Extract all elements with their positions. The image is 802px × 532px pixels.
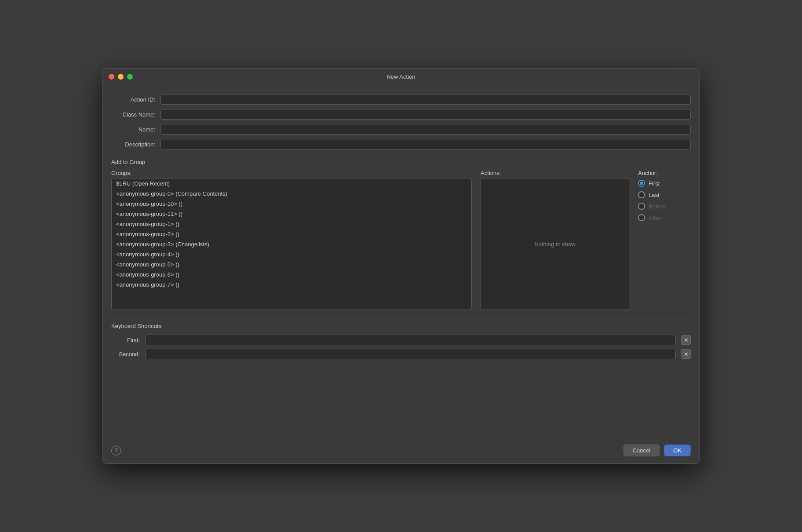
keyboard-first-row: First: ✕	[111, 335, 691, 345]
action-id-row: Action ID:	[111, 94, 691, 105]
class-name-input[interactable]	[160, 109, 691, 120]
help-button[interactable]: ?	[111, 446, 121, 455]
name-row: Name:	[111, 124, 691, 135]
titlebar: New Action	[102, 69, 700, 85]
window-controls	[109, 74, 133, 80]
radio-label-first: First	[649, 180, 660, 187]
radio-circle-last	[638, 191, 645, 198]
list-item[interactable]: <anonymous-group-4> ()	[112, 249, 471, 259]
actions-col-label: Actions:	[481, 170, 629, 176]
ok-button[interactable]: OK	[664, 445, 691, 456]
list-item[interactable]: <anonymous-group-10> ()	[112, 199, 471, 209]
minimize-button[interactable]	[118, 74, 124, 80]
radio-circle-before	[638, 203, 645, 210]
actions-pane: Nothing to show	[481, 178, 629, 310]
main-content: Action ID: Class Name: Name: Description…	[102, 85, 700, 440]
list-item[interactable]: <anonymous-group-2> ()	[112, 229, 471, 239]
description-row: Description:	[111, 139, 691, 149]
groups-list[interactable]: $LRU (Open Recent)<anonymous-group-0> (C…	[111, 178, 472, 310]
groups-actions-anchor-container: Groups: $LRU (Open Recent)<anonymous-gro…	[111, 170, 691, 310]
dialog-title: New Action	[386, 73, 415, 80]
nothing-to-show-label: Nothing to show	[534, 241, 575, 248]
footer: ? Cancel OK	[102, 440, 700, 463]
radio-label-before: Before	[649, 203, 665, 210]
add-to-group-section: Add to Group Groups: $LRU (Open Recent)<…	[111, 154, 691, 310]
radio-item-before: Before	[638, 203, 691, 210]
radio-circle-after	[638, 214, 645, 221]
actions-column: Actions: Nothing to show	[481, 170, 629, 310]
name-label: Name:	[111, 126, 155, 133]
cancel-button[interactable]: Cancel	[623, 445, 660, 456]
list-item[interactable]: <anonymous-group-1> ()	[112, 219, 471, 229]
keyboard-second-row: Second: ✕	[111, 349, 691, 359]
radio-item-last[interactable]: Last	[638, 191, 691, 198]
radio-circle-first	[638, 180, 645, 187]
anchor-col-label: Anchor:	[638, 170, 691, 176]
list-item[interactable]: <anonymous-group-11> ()	[112, 209, 471, 219]
dialog-new-action: New Action Action ID: Class Name: Name: …	[102, 68, 700, 464]
list-item[interactable]: <anonymous-group-0> (Compare Contents)	[112, 189, 471, 199]
groups-col-label: Groups:	[111, 170, 472, 176]
radio-item-after: After	[638, 214, 691, 221]
anchor-radio-group: FirstLastBeforeAfter	[638, 180, 691, 221]
keyboard-shortcuts-section: Keyboard Shortcuts First: ✕ Second: ✕	[111, 318, 691, 363]
keyboard-first-input[interactable]	[145, 335, 676, 345]
action-id-label: Action ID:	[111, 96, 155, 103]
radio-item-first[interactable]: First	[638, 180, 691, 187]
class-name-row: Class Name:	[111, 109, 691, 120]
maximize-button[interactable]	[127, 74, 133, 80]
keyboard-first-label: First:	[111, 337, 140, 343]
action-id-input[interactable]	[160, 94, 691, 105]
list-item[interactable]: $LRU (Open Recent)	[112, 179, 471, 189]
list-item[interactable]: <anonymous-group-5> ()	[112, 259, 471, 270]
keyboard-second-label: Second:	[111, 351, 140, 357]
keyboard-first-clear-button[interactable]: ✕	[681, 335, 691, 345]
add-to-group-header: Add to Group	[111, 156, 691, 167]
keyboard-shortcuts-header: Keyboard Shortcuts	[111, 320, 691, 331]
list-item[interactable]: <anonymous-group-3> (Changelists)	[112, 239, 471, 249]
name-input[interactable]	[160, 124, 691, 135]
description-input[interactable]	[160, 139, 691, 149]
class-name-label: Class Name:	[111, 111, 155, 118]
groups-column: Groups: $LRU (Open Recent)<anonymous-gro…	[111, 170, 472, 310]
close-button[interactable]	[109, 74, 114, 80]
keyboard-second-input[interactable]	[145, 349, 676, 359]
radio-label-after: After	[649, 215, 660, 221]
radio-label-last: Last	[649, 192, 660, 198]
keyboard-second-clear-button[interactable]: ✕	[681, 349, 691, 359]
anchor-column: Anchor: FirstLastBeforeAfter	[638, 170, 691, 310]
list-item[interactable]: <anonymous-group-7> ()	[112, 280, 471, 290]
footer-action-buttons: Cancel OK	[623, 445, 691, 456]
list-item[interactable]: <anonymous-group-6> ()	[112, 270, 471, 280]
description-label: Description:	[111, 141, 155, 148]
